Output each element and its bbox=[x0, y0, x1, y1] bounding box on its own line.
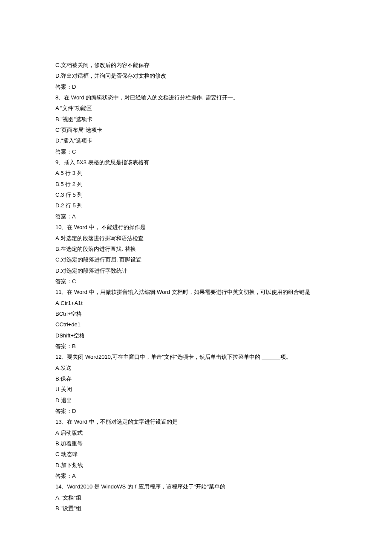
document-page: C.文档被关闭，修改后的内容不能保存 D.弹出对话框，并询问是否保存对文档的修改… bbox=[0, 0, 392, 539]
text-line: 答案：D bbox=[55, 406, 337, 416]
text-line: 答案：A bbox=[55, 211, 337, 222]
text-line: D.加下划线 bbox=[55, 460, 337, 471]
text-line: A.对选定的段落进行拼写和语法检查 bbox=[55, 233, 337, 244]
text-line: U 关闭 bbox=[55, 384, 337, 395]
text-line: B.5 行 2 列 bbox=[55, 179, 337, 189]
text-line: B.保存 bbox=[55, 373, 337, 384]
text-line: 答案：D bbox=[55, 81, 337, 92]
text-line: C.文档被关闭，修改后的内容不能保存 bbox=[55, 60, 337, 70]
text-line: D.2 行 5 列 bbox=[55, 200, 337, 211]
text-line: DShift+空格 bbox=[55, 330, 337, 341]
text-line: B."视图"选项卡 bbox=[55, 114, 337, 125]
text-line: BCtrl+空格 bbox=[55, 308, 337, 319]
text-line: A."文档"组 bbox=[55, 492, 337, 503]
text-line: 13、在 Word 中，不能对选定的文字进行设置的是 bbox=[55, 416, 337, 427]
text-line: 14、Word2010 是 WindoWS 的ｆ应用程序，该程序处于"开始"菜单… bbox=[55, 481, 337, 492]
text-line: D."插入"选项卡 bbox=[55, 135, 337, 146]
text-line: A.Ctr1+A1t bbox=[55, 298, 337, 308]
text-line: A 启动版式 bbox=[55, 427, 337, 438]
text-line: B."设置"组 bbox=[55, 503, 337, 514]
text-line: C.对选定的段落进行页眉. 页脚设置 bbox=[55, 254, 337, 265]
text-line: 答案：B bbox=[55, 341, 337, 352]
text-line: C"页面布局"选项卡 bbox=[55, 125, 337, 135]
text-line: D 退出 bbox=[55, 395, 337, 406]
text-line: 答案：C bbox=[55, 146, 337, 157]
text-line: A.发送 bbox=[55, 363, 337, 373]
text-line: D.对选定的段落进行字数统计 bbox=[55, 265, 337, 276]
text-line: CCtrl+de1 bbox=[55, 319, 337, 330]
text-line: C.3 行 5 列 bbox=[55, 189, 337, 200]
text-line: 10、在 Word 中， 不能进行的操作是 bbox=[55, 222, 337, 232]
text-line: 答案：A bbox=[55, 471, 337, 481]
text-line: B.在选定的段落内进行直找. 替换 bbox=[55, 244, 337, 254]
text-line: C 动态蜂 bbox=[55, 449, 337, 459]
text-line: 答案：C bbox=[55, 276, 337, 287]
text-line: A.5 行 3 列 bbox=[55, 168, 337, 178]
text-line: 9、插入 5X3 表格的意思是指该表格有 bbox=[55, 157, 337, 168]
text-line: B.加着重号 bbox=[55, 438, 337, 449]
text-line: 8、在 Word 的编辑状态中，对已经输入的文档进行分栏操作. 需要打开一。 bbox=[55, 92, 337, 103]
text-line: 11、在 Word 中，用微软拼音输入法编辑 Word 文档时，如果需要进行中英… bbox=[55, 287, 337, 297]
text-line: 12、要关闭 Word2010,可在主窗口中，单击"文件"选项卡，然后单击该下拉… bbox=[55, 352, 337, 362]
text-line: D.弹出对话框，并询问是否保存对文档的修改 bbox=[55, 70, 337, 81]
text-line: A "文件"功能区 bbox=[55, 103, 337, 113]
